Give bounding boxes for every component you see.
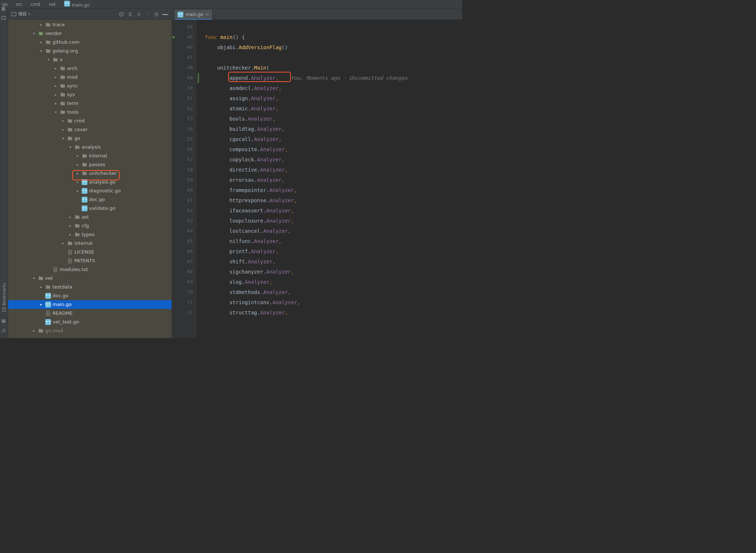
code-content[interactable]: func main() { objabi.AddVersionFlag() un…	[200, 20, 408, 338]
code-line[interactable]	[205, 22, 408, 32]
tree-arrow-icon[interactable]	[68, 222, 73, 230]
tree-row[interactable]: passes	[8, 160, 172, 169]
breadcrumb-item[interactable]: src	[16, 2, 23, 7]
tree-arrow-icon[interactable]	[53, 99, 58, 107]
code-line[interactable]: asmdecl.Analyzer,	[205, 83, 408, 93]
code-line[interactable]: stringintconv.Analyzer,	[205, 297, 408, 307]
tree-row[interactable]: PATENTS	[8, 256, 172, 265]
gear-icon[interactable]	[153, 11, 160, 18]
project-tree[interactable]: traceVvendorgithub.comgolang.orgxarchmod…	[8, 20, 172, 338]
tree-arrow-icon[interactable]	[75, 161, 80, 169]
tree-row[interactable]: github.com	[8, 38, 172, 47]
tree-row[interactable]: analysis	[8, 143, 172, 152]
tree-row[interactable]: cmd	[8, 117, 172, 125]
hide-icon[interactable]: —	[161, 11, 169, 18]
tree-arrow-icon[interactable]	[31, 274, 36, 282]
tree-arrow-icon[interactable]	[46, 56, 51, 64]
tree-arrow-icon[interactable]	[61, 134, 66, 142]
code-editor[interactable]: ▶ 44454647484950515253545556575859606162…	[172, 20, 462, 338]
tree-row[interactable]: LICENSE	[8, 248, 172, 256]
tree-arrow-icon[interactable]	[39, 38, 44, 46]
tree-row[interactable]: README	[8, 309, 172, 318]
tree-row[interactable]: term	[8, 99, 172, 108]
code-line[interactable]: copylock.Analyzer,	[205, 154, 408, 165]
run-gutter-icon[interactable]: ▶	[173, 35, 175, 39]
tree-row[interactable]: modules.txt	[8, 265, 172, 274]
tree-arrow-icon[interactable]	[61, 239, 66, 247]
code-line[interactable]: cgocall.Analyzer,	[205, 134, 408, 144]
tree-row[interactable]: arch	[8, 64, 172, 73]
tree-arrow-icon[interactable]	[39, 21, 44, 29]
code-line[interactable]: framepointer.Analyzer,	[205, 185, 408, 195]
gutter[interactable]: ▶ 44454647484950515253545556575859606162…	[172, 20, 196, 338]
code-line[interactable]: lostcancel.Analyzer,	[205, 226, 408, 236]
tree-row[interactable]: go.mod	[8, 326, 172, 335]
code-line[interactable]: loopclosure.Analyzer,	[205, 216, 408, 226]
collapse-all-icon[interactable]	[135, 11, 143, 18]
code-line[interactable]: printf.Analyzer,	[205, 246, 408, 256]
code-line[interactable]: structtag.Analyzer,	[205, 307, 408, 318]
code-line[interactable]: append.Analyzer, You, Moments ago · Unco…	[205, 73, 408, 83]
tree-row[interactable]: trace	[8, 20, 172, 29]
tree-row[interactable]: golang.org	[8, 47, 172, 55]
code-line[interactable]: stdmethods.Analyzer,	[205, 287, 408, 297]
tree-row[interactable]: Vvendor	[8, 29, 172, 38]
tree-row[interactable]: ast	[8, 213, 172, 221]
code-line[interactable]: composite.Analyzer,	[205, 144, 408, 154]
locate-icon[interactable]	[118, 11, 125, 18]
breadcrumb-item[interactable]: go	[2, 2, 8, 7]
tree-row[interactable]: cover	[8, 125, 172, 134]
code-line[interactable]: sigchanyzer.Analyzer,	[205, 267, 408, 277]
expand-all-icon[interactable]	[126, 11, 134, 18]
tree-row[interactable]: go	[8, 134, 172, 143]
tree-row[interactable]: diagnostic.go	[8, 187, 172, 195]
tree-row[interactable]: vet	[8, 274, 172, 283]
code-line[interactable]: objabi.AddVersionFlag()	[205, 42, 408, 52]
tree-arrow-icon[interactable]	[39, 301, 44, 309]
tree-row[interactable]: analysis.go	[8, 178, 172, 187]
tree-arrow-icon[interactable]	[61, 117, 66, 125]
tree-row[interactable]: tools	[8, 108, 172, 117]
breadcrumb-item[interactable]: cmd	[31, 2, 40, 7]
close-icon[interactable]: ✕	[206, 12, 209, 17]
tree-arrow-icon[interactable]	[53, 64, 58, 72]
tree-arrow-icon[interactable]	[75, 152, 80, 160]
toolbtn-project[interactable]: 项目	[1, 14, 7, 20]
tree-arrow-icon[interactable]	[31, 30, 36, 38]
code-line[interactable]	[205, 52, 408, 63]
tree-arrow-icon[interactable]	[53, 108, 58, 116]
tree-row[interactable]: internal	[8, 152, 172, 160]
code-line[interactable]: errorsas.Analyzer,	[205, 175, 408, 185]
tree-arrow-icon[interactable]	[75, 187, 80, 195]
code-line[interactable]: directive.Analyzer,	[205, 165, 408, 175]
code-line[interactable]: slog.Analyzer,	[205, 277, 408, 287]
tree-arrow-icon[interactable]	[53, 73, 58, 81]
tree-arrow-icon[interactable]	[68, 231, 73, 239]
tree-row[interactable]: unitchecker	[8, 169, 172, 178]
tree-row[interactable]: testdata	[8, 283, 172, 291]
tree-row-selected[interactable]: main.go	[8, 300, 172, 309]
tree-arrow-icon[interactable]	[61, 126, 66, 134]
code-line[interactable]: unitchecker.Main(	[205, 63, 408, 73]
tree-row[interactable]: cfg	[8, 221, 172, 230]
tab-main-go[interactable]: main.go ✕	[174, 9, 213, 19]
tree-row[interactable]: sys	[8, 90, 172, 99]
code-line[interactable]: ifaceassert.Analyzer,	[205, 205, 408, 216]
tree-arrow-icon[interactable]	[75, 178, 80, 186]
code-line[interactable]: shift.Analyzer,	[205, 256, 408, 267]
code-line[interactable]: nilfunc.Analyzer,	[205, 236, 408, 246]
project-view-selector[interactable]: 项目 ▾	[11, 11, 30, 17]
code-line[interactable]: func main() {	[205, 32, 408, 42]
tree-arrow-icon[interactable]	[31, 327, 36, 335]
toolbtn-bookmarks[interactable]: Bookmarks	[1, 283, 7, 312]
tree-arrow-icon[interactable]	[53, 91, 58, 99]
tree-arrow-icon[interactable]	[68, 143, 73, 151]
tree-row[interactable]: x	[8, 55, 172, 64]
tree-row[interactable]: types	[8, 230, 172, 239]
tree-arrow-icon[interactable]	[39, 47, 44, 55]
tree-row[interactable]: internal	[8, 239, 172, 248]
toolbtn-structure[interactable]: 结构	[1, 326, 7, 333]
code-line[interactable]: atomic.Analyzer,	[205, 103, 408, 114]
tree-arrow-icon[interactable]	[75, 169, 80, 177]
code-line[interactable]: buildtag.Analyzer,	[205, 124, 408, 134]
